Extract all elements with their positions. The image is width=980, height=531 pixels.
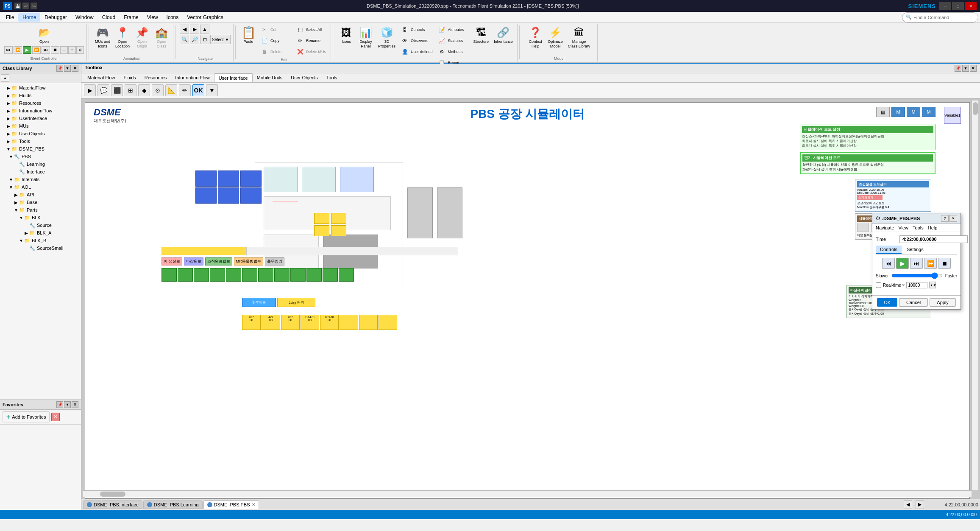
- gray-storage-2[interactable]: [437, 187, 462, 238]
- tab-dsme-interface[interactable]: DSME_PBS.Interface: [83, 500, 142, 509]
- cut-button[interactable]: ✂ Cut: [259, 25, 292, 35]
- step-back-button[interactable]: ⏪: [14, 46, 22, 54]
- rewind-button[interactable]: ⏮: [4, 46, 13, 54]
- expand-mus[interactable]: ▶: [6, 124, 11, 129]
- stop-button[interactable]: ⏹: [51, 46, 59, 54]
- inheritance-button[interactable]: 🔗 Inheritance: [492, 25, 515, 45]
- yb-5[interactable]: GT47808: [320, 315, 339, 330]
- toolbox-rect-button[interactable]: ⬛: [111, 84, 123, 96]
- expand-userinterface[interactable]: ▶: [6, 116, 11, 121]
- sim-navigate-menu[interactable]: Navigate: [876, 225, 894, 230]
- sim-help-button[interactable]: ?: [941, 215, 949, 222]
- settings-button[interactable]: ⚙: [76, 46, 84, 54]
- gb-4[interactable]: [210, 268, 225, 282]
- select-all-button[interactable]: ⬚ Select All: [294, 25, 328, 35]
- canvas-scrollbar-h[interactable]: [83, 490, 972, 497]
- sim-speed-slider[interactable]: [891, 272, 943, 279]
- sim-stepfwd-btn[interactable]: ⏭: [910, 258, 923, 269]
- toolbox-ok-button[interactable]: OK: [192, 84, 204, 96]
- blue-block-4[interactable]: [195, 187, 217, 204]
- gb-2[interactable]: [178, 268, 193, 282]
- user-defined-button[interactable]: 👤 User-defined: [399, 47, 434, 57]
- speed-down-button[interactable]: -: [60, 46, 68, 54]
- add-to-favorites-button[interactable]: + Add to Favorites: [3, 411, 50, 422]
- sim-realtime-spin[interactable]: ▲▼: [929, 282, 936, 288]
- sim-time-input[interactable]: [899, 235, 968, 243]
- close-button[interactable]: ✕: [965, 2, 977, 10]
- optimize-model-button[interactable]: ⚡ OptimizeModel: [546, 25, 565, 50]
- restore-button[interactable]: □: [952, 2, 964, 10]
- yellow-4[interactable]: [331, 225, 346, 236]
- canvas-control-3[interactable]: M: [907, 107, 920, 117]
- sim-fastfwd-btn[interactable]: ⏩: [924, 258, 937, 269]
- expand-internals[interactable]: ▼: [8, 177, 14, 182]
- redo-icon[interactable]: ↪: [31, 3, 37, 9]
- blue-block-6[interactable]: [240, 187, 262, 204]
- expand-aol[interactable]: ▼: [8, 185, 14, 190]
- sim-rewind-btn[interactable]: ⏮: [882, 258, 895, 269]
- menu-view[interactable]: View: [143, 13, 162, 22]
- tab-nav-left[interactable]: ◀: [904, 500, 912, 509]
- tab-dsme-pbs[interactable]: DSME_PBS.PBS ✕: [203, 500, 259, 509]
- tree-expand-button[interactable]: ▲: [1, 74, 9, 82]
- rename-button[interactable]: ✏ Rename: [294, 36, 328, 46]
- toolbox-diamond-button[interactable]: ◆: [138, 84, 150, 96]
- open-origin-button[interactable]: 📌 OpenOrigin: [133, 25, 151, 50]
- tab-resources[interactable]: Resources: [140, 73, 171, 82]
- sim-ok-button[interactable]: OK: [877, 298, 897, 307]
- tree-item-blk-a[interactable]: ▶📁BLK_A: [1, 229, 80, 237]
- menu-vector[interactable]: Vector Graphics: [183, 13, 227, 22]
- gb-5[interactable]: [226, 268, 241, 282]
- blue-block-1[interactable]: [195, 170, 217, 187]
- yb-7[interactable]: [359, 315, 378, 330]
- gb-8[interactable]: [274, 268, 290, 282]
- delete-favorite-button[interactable]: ✕: [51, 413, 60, 421]
- expand-informationflow[interactable]: ▶: [6, 109, 11, 113]
- toolbox-arrow-button[interactable]: ▶: [84, 84, 96, 96]
- toolbox-line-button[interactable]: 📐: [165, 84, 177, 96]
- menu-icons[interactable]: Icons: [162, 13, 183, 22]
- menu-cloud[interactable]: Cloud: [98, 13, 120, 22]
- tab-nav-right[interactable]: ▶: [916, 500, 924, 509]
- class-library-controls[interactable]: 📌 ▼ ✕: [56, 65, 78, 72]
- nav-back-button[interactable]: ◀: [180, 25, 189, 34]
- tree-item-source[interactable]: 🔧Source: [1, 221, 80, 229]
- expand-base[interactable]: ▶: [14, 200, 19, 205]
- 3d-properties-button[interactable]: 🧊 3DProperties: [376, 25, 397, 50]
- condition-btn[interactable]: 초기화하기: [857, 195, 883, 200]
- gb-10[interactable]: [306, 268, 322, 282]
- tree-item-userobjects[interactable]: ▶📁UserObjects: [1, 130, 80, 137]
- workspace-block-3[interactable]: [340, 167, 374, 192]
- canvas-control-4[interactable]: M: [922, 107, 935, 117]
- speed-up-button[interactable]: +: [68, 46, 76, 54]
- structure-button[interactable]: 🏗 Structure: [472, 25, 491, 45]
- sim-settings-tab[interactable]: Settings: [902, 246, 928, 254]
- command-search-box[interactable]: 🔍: [902, 12, 978, 22]
- class-library-settings-button[interactable]: ▼: [64, 65, 71, 72]
- nav-forward-button[interactable]: ▶: [190, 25, 199, 34]
- tree-item-userinterface[interactable]: ▶📁UserInterface: [1, 115, 80, 122]
- tree-item-resources[interactable]: ▶📁Resources: [1, 99, 80, 107]
- play-button[interactable]: ▶: [23, 46, 31, 54]
- menu-debugger[interactable]: Debugger: [40, 13, 71, 22]
- gb-7[interactable]: [258, 268, 273, 282]
- sim-tools-menu[interactable]: Tools: [913, 225, 924, 230]
- display-panel-button[interactable]: 📊 DisplayPanel: [357, 25, 375, 50]
- tree-item-learning[interactable]: 🔧Learning: [1, 160, 80, 168]
- toolbox-close-button[interactable]: ✕: [970, 65, 977, 72]
- gray-storage-1[interactable]: [407, 187, 433, 238]
- sim-cancel-button[interactable]: Cancel: [899, 298, 928, 307]
- fit-button[interactable]: ⊡: [200, 35, 209, 44]
- favorites-close-button[interactable]: ✕: [72, 401, 78, 408]
- blue-block-5[interactable]: [218, 187, 239, 204]
- workspace-block-2[interactable]: [302, 167, 336, 192]
- expand-parts[interactable]: ▼: [14, 208, 19, 212]
- toolbox-pencil-button[interactable]: ✏: [179, 84, 191, 96]
- tree-item-fluids[interactable]: ▶📁Fluids: [1, 92, 80, 99]
- tree-item-sourcesmall[interactable]: 🔧SourceSmall: [1, 244, 80, 252]
- favorites-controls[interactable]: 📌 ▼ ✕: [56, 401, 78, 408]
- tree-item-base[interactable]: ▶📁Base: [1, 198, 80, 206]
- fast-forward-button[interactable]: ⏭: [42, 46, 50, 54]
- tab-mobile-units[interactable]: Mobile Units: [253, 73, 287, 82]
- favorites-settings-button[interactable]: ▼: [64, 401, 71, 408]
